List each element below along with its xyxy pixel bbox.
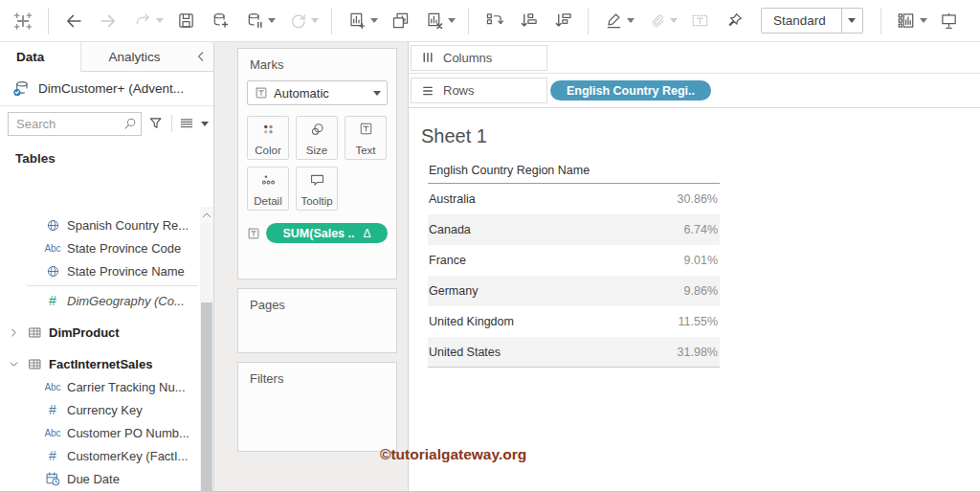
size-circles-icon xyxy=(297,122,337,138)
new-worksheet-caret-icon[interactable] xyxy=(370,18,380,23)
region-value: 6.74% xyxy=(684,223,720,236)
sum-sales-pill[interactable]: SUM(Sales .. Δ xyxy=(266,223,388,243)
columns-icon xyxy=(421,51,434,64)
show-mark-labels-icon[interactable] xyxy=(687,9,712,34)
group-members-caret-icon[interactable] xyxy=(670,18,679,23)
run-auto-updates-icon[interactable] xyxy=(285,9,310,34)
tooltip-bubble-icon xyxy=(297,172,337,189)
table-row[interactable]: United States31.98% xyxy=(428,337,720,368)
field-row-customerkey-facti[interactable]: #CustomerKey (FactI... xyxy=(0,444,200,467)
mark-type-dropdown[interactable]: Automatic xyxy=(247,80,388,105)
highlight-caret-icon[interactable] xyxy=(627,18,636,23)
columns-shelf: Columns xyxy=(409,42,980,74)
toolbar-divider xyxy=(48,8,49,34)
field-row-customer-po-numb[interactable]: AbcCustomer PO Numb... xyxy=(0,421,200,444)
toolbar-divider xyxy=(331,8,332,34)
table-row[interactable]: Canada6.74% xyxy=(428,214,720,245)
show-me-caret-icon[interactable] xyxy=(920,18,929,23)
field-row-carrier-tracking-nu[interactable]: AbcCarrier Tracking Nu... xyxy=(0,375,200,398)
field-row-spanish-country-re[interactable]: Spanish Country Re... xyxy=(0,213,200,236)
fix-axes-pin-icon[interactable] xyxy=(722,9,746,34)
table-row-dimproduct[interactable]: DimProduct xyxy=(0,321,200,344)
fit-selector-caret-icon[interactable] xyxy=(841,9,862,33)
field-row-state-province-name[interactable]: State Province Name xyxy=(0,259,200,282)
tab-data[interactable]: Data xyxy=(0,42,80,72)
duplicate-sheet-icon[interactable] xyxy=(388,9,412,34)
save-icon[interactable] xyxy=(173,9,198,34)
forward-icon[interactable] xyxy=(96,9,121,34)
fit-selector-value: Standard xyxy=(762,13,841,28)
filters-title: Filters xyxy=(238,363,396,386)
hash-icon: # xyxy=(44,403,61,416)
sort-ascending-icon[interactable] xyxy=(516,9,541,34)
redo-icon[interactable] xyxy=(130,9,155,34)
field-label: State Province Code xyxy=(67,241,181,256)
clear-sheet-icon[interactable] xyxy=(422,9,447,34)
watermark: ©tutorialgateway.org xyxy=(380,446,526,463)
swap-rows-columns-icon[interactable] xyxy=(481,9,506,34)
scroll-up-icon[interactable] xyxy=(200,207,213,224)
abc-icon: Abc xyxy=(44,428,61,438)
pause-auto-updates-caret-icon[interactable] xyxy=(268,18,278,23)
field-row-due-date[interactable]: Due Date xyxy=(0,467,200,490)
field-row-dimgeography-co[interactable]: #DimGeography (Co... xyxy=(0,289,200,312)
new-worksheet-icon[interactable] xyxy=(345,9,369,34)
pause-auto-updates-icon[interactable] xyxy=(242,9,267,34)
sheet-area: Sheet 1 English Country Region Name Aust… xyxy=(409,108,980,368)
rows-shelf-content[interactable]: English Country Regi.. xyxy=(547,80,980,101)
region-value: 9.86% xyxy=(684,284,720,298)
grid-options-caret-icon[interactable] xyxy=(201,122,209,126)
presentation-mode-icon[interactable] xyxy=(937,9,962,34)
filter-fields-icon[interactable] xyxy=(148,116,165,132)
group-members-icon[interactable] xyxy=(644,9,669,34)
color-dots-icon xyxy=(248,122,288,138)
divider xyxy=(171,115,172,132)
scrollbar-thumb[interactable] xyxy=(201,302,212,491)
rows-shelf: Rows English Country Regi.. xyxy=(409,74,980,108)
detail-dots-icon xyxy=(248,172,288,189)
table-row[interactable]: Germany9.86% xyxy=(428,276,720,306)
hash-icon: # xyxy=(44,449,61,462)
clear-sheet-caret-icon[interactable] xyxy=(448,18,457,23)
filters-shelf[interactable]: Filters xyxy=(237,362,397,452)
marks-button-label: Size xyxy=(306,145,327,156)
scrollbar[interactable] xyxy=(200,207,213,491)
back-icon[interactable] xyxy=(61,9,86,34)
pages-shelf[interactable]: Pages xyxy=(237,288,397,353)
datasource-item[interactable]: DimCustomer+ (Advent... xyxy=(0,72,213,106)
tooltip-button[interactable]: Tooltip xyxy=(296,167,338,211)
view-data-grid-icon[interactable] xyxy=(179,116,194,131)
search-box[interactable] xyxy=(8,112,142,136)
mark-type-caret-icon[interactable] xyxy=(368,91,387,96)
region-name: Germany xyxy=(428,284,478,298)
chevron-down-icon[interactable] xyxy=(9,359,21,369)
table-row[interactable]: United Kingdom11.55% xyxy=(428,306,720,337)
detail-button[interactable]: Detail xyxy=(247,167,289,211)
table-row[interactable]: Australia30.86% xyxy=(428,184,720,214)
field-row-due-date-key[interactable]: #Due Date Key xyxy=(0,490,200,491)
table-row[interactable]: France9.01% xyxy=(428,245,720,276)
redo-caret-icon[interactable] xyxy=(156,18,166,23)
search-input[interactable] xyxy=(9,117,122,131)
toolbar: Standard xyxy=(0,0,980,42)
sort-descending-icon[interactable] xyxy=(550,9,575,34)
marks-card: Marks Automatic ColorSizeTextDetailToolt… xyxy=(237,48,397,280)
field-row-state-province-code[interactable]: AbcState Province Code xyxy=(0,236,200,259)
tab-analytics[interactable]: Analytics xyxy=(80,42,188,72)
show-me-icon[interactable] xyxy=(894,9,919,34)
columns-shelf-label: Columns xyxy=(411,45,547,71)
fit-selector[interactable]: Standard xyxy=(761,8,863,34)
new-data-source-icon[interactable] xyxy=(208,9,233,34)
region-name: Canada xyxy=(428,223,471,236)
size-button[interactable]: Size xyxy=(296,116,338,160)
collapse-pane-icon[interactable] xyxy=(188,42,213,72)
table-row-factinternetsales[interactable]: FactInternetSales xyxy=(0,352,200,375)
text-button[interactable]: Text xyxy=(345,116,387,160)
field-label: Due Date xyxy=(67,472,120,486)
highlight-icon[interactable] xyxy=(601,9,626,34)
color-button[interactable]: Color xyxy=(247,116,289,160)
rows-pill-english-country-region[interactable]: English Country Regi.. xyxy=(550,80,711,101)
field-row-currency-key[interactable]: #Currency Key xyxy=(0,398,200,421)
chevron-right-icon[interactable] xyxy=(9,327,21,338)
run-auto-updates-caret-icon[interactable] xyxy=(311,18,321,23)
